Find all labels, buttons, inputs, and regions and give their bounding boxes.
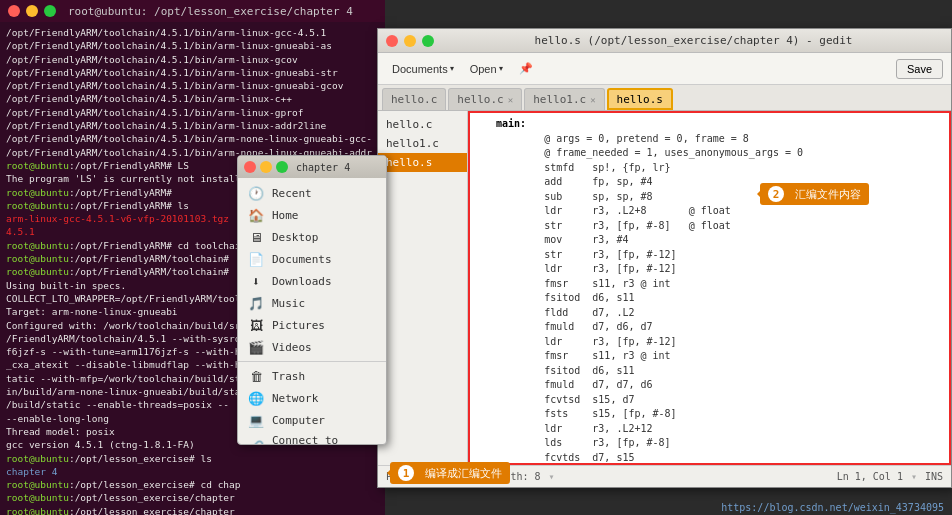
fm-item-desktop[interactable]: 🖥 Desktop bbox=[238, 226, 386, 248]
fm-title: chapter 4 bbox=[296, 162, 350, 173]
code-line: str r3, [fp, #-12] bbox=[496, 248, 945, 263]
gedit-min-btn[interactable] bbox=[404, 35, 416, 47]
fm-item-trash[interactable]: 🗑 Trash bbox=[238, 365, 386, 387]
gedit-close-btn[interactable] bbox=[386, 35, 398, 47]
term-line: root@ubuntu:/opt/lesson_exercise/chapter bbox=[6, 491, 379, 504]
music-icon: 🎵 bbox=[248, 295, 264, 311]
tab-close-hello1-c[interactable]: ✕ bbox=[590, 95, 595, 105]
term-line: /opt/FriendlyARM/toolchain/4.5.1/bin/arm… bbox=[6, 39, 379, 52]
code-line: @ args = 0, pretend = 0, frame = 8 bbox=[496, 132, 945, 147]
fm-item-downloads[interactable]: ⬇ Downloads bbox=[238, 270, 386, 292]
pin-btn[interactable]: 📌 bbox=[513, 60, 539, 77]
gedit-window: hello.s (/opt/lesson_exercise/chapter 4)… bbox=[377, 28, 952, 488]
terminal-min-btn[interactable] bbox=[26, 5, 38, 17]
computer-icon: 💻 bbox=[248, 412, 264, 428]
gedit-window-title: hello.s (/opt/lesson_exercise/chapter 4)… bbox=[444, 34, 943, 47]
code-line: fsts s15, [fp, #-8] bbox=[496, 407, 945, 422]
gedit-file-list: hello.c hello1.c hello.s bbox=[378, 111, 468, 465]
code-line: @ frame_needed = 1, uses_anonymous_args … bbox=[496, 146, 945, 161]
fm-item-music[interactable]: 🎵 Music bbox=[238, 292, 386, 314]
code-line: ldr r3, [fp, #-12] bbox=[496, 262, 945, 277]
term-line: /opt/FriendlyARM/toolchain/4.5.1/bin/arm… bbox=[6, 106, 379, 119]
save-btn[interactable]: Save bbox=[896, 59, 943, 79]
file-item-hello-c[interactable]: hello.c bbox=[378, 115, 467, 134]
trash-icon: 🗑 bbox=[248, 368, 264, 384]
fm-label-recent: Recent bbox=[272, 187, 312, 200]
code-line: ldr r3, .L2+8 @ float bbox=[496, 204, 945, 219]
code-line: fmsr s11, r3 @ int bbox=[496, 277, 945, 292]
code-line: ldr r3, [fp, #-12] bbox=[496, 335, 945, 350]
fm-label-desktop: Desktop bbox=[272, 231, 318, 244]
fm-label-documents: Documents bbox=[272, 253, 332, 266]
downloads-icon: ⬇ bbox=[248, 273, 264, 289]
documents-chevron-icon: ▾ bbox=[450, 64, 454, 73]
fm-label-pictures: Pictures bbox=[272, 319, 325, 332]
tab-hello-c-2[interactable]: hello.c ✕ bbox=[448, 88, 522, 110]
videos-icon: 🎬 bbox=[248, 339, 264, 355]
fm-content: 🕐 Recent 🏠 Home 🖥 Desktop 📄 Documents ⬇ … bbox=[238, 178, 386, 445]
fm-item-documents[interactable]: 📄 Documents bbox=[238, 248, 386, 270]
file-manager: chapter 4 🕐 Recent 🏠 Home 🖥 Desktop 📄 Do… bbox=[237, 155, 387, 445]
annotation-2: 2 汇编文件内容 bbox=[760, 183, 869, 205]
term-line: /opt/FriendlyARM/toolchain/4.5.1/bin/arm… bbox=[6, 119, 379, 132]
code-line: fmsr s11, r3 @ int bbox=[496, 349, 945, 364]
gedit-max-btn[interactable] bbox=[422, 35, 434, 47]
term-line: /opt/FriendlyARM/toolchain/4.5.1/bin/arm… bbox=[6, 79, 379, 92]
term-line: /opt/FriendlyARM/toolchain/4.5.1/bin/arm… bbox=[6, 26, 379, 39]
open-chevron-icon: ▾ bbox=[499, 64, 503, 73]
desktop-icon: 🖥 bbox=[248, 229, 264, 245]
gedit-titlebar: hello.s (/opt/lesson_exercise/chapter 4)… bbox=[378, 29, 951, 53]
network-icon: 🌐 bbox=[248, 390, 264, 406]
fm-item-home[interactable]: 🏠 Home bbox=[238, 204, 386, 226]
tab-hello-s[interactable]: hello.s bbox=[607, 88, 673, 110]
code-line: fmuld d7, d6, d7 bbox=[496, 320, 945, 335]
status-position: Ln 1, Col 1 bbox=[837, 471, 903, 482]
fm-min-btn[interactable] bbox=[260, 161, 272, 173]
file-item-hello1-c[interactable]: hello1.c bbox=[378, 134, 467, 153]
code-line: fldd d7, .L2 bbox=[496, 306, 945, 321]
fm-item-connect-server[interactable]: 🔗 Connect to Server bbox=[238, 431, 386, 445]
fm-item-computer[interactable]: 💻 Computer bbox=[238, 409, 386, 431]
term-line: /opt/FriendlyARM/toolchain/4.5.1/bin/arm… bbox=[6, 132, 379, 145]
code-line: mov r3, #4 bbox=[496, 233, 945, 248]
code-line: add fp, sp, #4 bbox=[496, 175, 945, 190]
term-line: root@ubuntu:/opt/lesson_exercise/chapter bbox=[6, 505, 379, 515]
code-line: sub sp, sp, #8 bbox=[496, 190, 945, 205]
term-line: root@ubuntu:/opt/lesson_exercise# cd cha… bbox=[6, 478, 379, 491]
code-line: str r3, [fp, #-8] @ float bbox=[496, 219, 945, 234]
fm-label-music: Music bbox=[272, 297, 305, 310]
gedit-toolbar: Documents ▾ Open ▾ 📌 Save bbox=[378, 53, 951, 85]
fm-divider bbox=[238, 361, 386, 362]
fm-titlebar: chapter 4 bbox=[238, 156, 386, 178]
home-icon: 🏠 bbox=[248, 207, 264, 223]
fm-item-videos[interactable]: 🎬 Videos bbox=[238, 336, 386, 358]
gedit-editor[interactable]: main: @ args = 0, pretend = 0, frame = 8… bbox=[468, 111, 951, 465]
fm-item-network[interactable]: 🌐 Network bbox=[238, 387, 386, 409]
tab-close-hello-c-2[interactable]: ✕ bbox=[508, 95, 513, 105]
terminal-titlebar: root@ubuntu: /opt/lesson_exercise/chapte… bbox=[0, 0, 385, 22]
term-line: /opt/FriendlyARM/toolchain/4.5.1/bin/arm… bbox=[6, 92, 379, 105]
documents-icon: 📄 bbox=[248, 251, 264, 267]
fm-label-connect-server: Connect to Server bbox=[272, 434, 376, 445]
fm-close-btn[interactable] bbox=[244, 161, 256, 173]
recent-icon: 🕐 bbox=[248, 185, 264, 201]
code-line: fsitod d6, s11 bbox=[496, 291, 945, 306]
tab-hello-c-1[interactable]: hello.c bbox=[382, 88, 446, 110]
term-line: chapter 4 bbox=[6, 465, 379, 478]
fm-label-trash: Trash bbox=[272, 370, 305, 383]
gedit-code-area: main: @ args = 0, pretend = 0, frame = 8… bbox=[492, 113, 949, 463]
fm-label-videos: Videos bbox=[272, 341, 312, 354]
terminal-close-btn[interactable] bbox=[8, 5, 20, 17]
terminal-max-btn[interactable] bbox=[44, 5, 56, 17]
url-bar: https://blog.csdn.net/weixin_43734095 bbox=[713, 500, 952, 515]
term-line: /opt/FriendlyARM/toolchain/4.5.1/bin/arm… bbox=[6, 66, 379, 79]
term-line: root@ubuntu:/opt/lesson_exercise# ls bbox=[6, 452, 379, 465]
pictures-icon: 🖼 bbox=[248, 317, 264, 333]
fm-item-pictures[interactable]: 🖼 Pictures bbox=[238, 314, 386, 336]
fm-max-btn[interactable] bbox=[276, 161, 288, 173]
open-menu-btn[interactable]: Open ▾ bbox=[464, 61, 509, 77]
tab-hello1-c[interactable]: hello1.c ✕ bbox=[524, 88, 604, 110]
file-item-hello-s[interactable]: hello.s bbox=[378, 153, 467, 172]
fm-item-recent[interactable]: 🕐 Recent bbox=[238, 182, 386, 204]
documents-menu-btn[interactable]: Documents ▾ bbox=[386, 61, 460, 77]
